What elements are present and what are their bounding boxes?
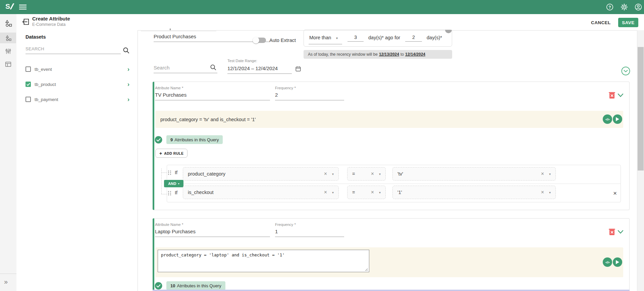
rule-field-value: is_checkout <box>188 190 214 195</box>
clipped-label-fragment <box>170 29 171 30</box>
dataset-label: tb_payment <box>35 97 58 102</box>
dropdown-arrow-icon[interactable]: ▾ <box>332 191 334 194</box>
sql-query-bar[interactable]: product_category = 'tv' and is_checkout … <box>155 111 623 128</box>
auto-extract-toggle[interactable] <box>253 37 267 44</box>
test-date-range-value[interactable]: 12/1/2024 – 12/4/2024 <box>227 65 278 71</box>
badge-text: Atrributes in this Query <box>177 283 221 288</box>
run-query-button[interactable] <box>613 257 622 267</box>
conjunction-label: AND <box>168 182 176 186</box>
clear-icon[interactable]: × <box>324 189 327 195</box>
attribute-name-input[interactable] <box>155 92 270 100</box>
remove-rule-icon[interactable]: × <box>613 190 617 197</box>
dropdown-arrow-icon: ▾ <box>178 182 179 185</box>
dropdown-arrow-icon[interactable]: ▾ <box>379 191 381 194</box>
clear-icon[interactable]: × <box>541 171 544 177</box>
checkbox-checked[interactable] <box>25 82 31 87</box>
rule-value-value: '1' <box>397 190 402 195</box>
dropdown-arrow-icon[interactable]: ▾ <box>549 172 551 176</box>
rule-tree-stub <box>161 194 167 194</box>
attributes-count-badge: 9 Atrributes in this Query <box>166 135 223 144</box>
dropdown-arrow-icon[interactable]: ▾ <box>336 36 338 40</box>
save-button[interactable]: SAVE <box>618 18 638 27</box>
collapse-card-chevron-icon[interactable] <box>618 93 624 97</box>
rule-value-select[interactable]: 'tv' × ▾ <box>392 167 556 181</box>
add-rule-button[interactable]: + ADD RULE <box>155 149 187 158</box>
frequency-input[interactable] <box>275 92 344 100</box>
back-icon[interactable] <box>21 17 30 26</box>
clear-icon[interactable]: × <box>324 171 327 177</box>
collapse-all-chevron-circle-icon[interactable] <box>621 66 630 76</box>
page-subtitle: E-Commerce Data <box>32 22 65 27</box>
collapse-card-chevron-icon[interactable] <box>618 230 624 234</box>
frequency-input[interactable] <box>275 229 344 237</box>
valid-check-icon <box>155 136 162 144</box>
recency-end-label: day(s)* <box>427 35 442 40</box>
scrollbar-thumb[interactable] <box>638 47 644 171</box>
code-editor-button[interactable]: </> <box>603 114 612 124</box>
cancel-button[interactable]: CANCEL <box>588 18 614 27</box>
rail-divider <box>0 274 16 274</box>
rule-operator-select[interactable]: = × ▾ <box>347 167 386 181</box>
checkbox-unchecked[interactable] <box>25 97 31 102</box>
code-icon: </> <box>605 260 609 264</box>
app-logo: S <box>5 2 13 10</box>
drag-handle-icon[interactable] <box>168 170 171 175</box>
recency-window-input[interactable] <box>405 35 422 42</box>
recency-comparator-select[interactable]: More than <box>309 35 331 40</box>
hamburger-menu-icon[interactable] <box>19 4 27 10</box>
test-date-range-label: Test Date Range: <box>227 59 257 63</box>
help-icon[interactable]: ? <box>606 3 613 11</box>
attribute-name-label: Attribute Name * <box>155 86 183 90</box>
underline <box>227 74 292 74</box>
checkbox-unchecked[interactable] <box>25 66 31 72</box>
chevron-right-icon[interactable]: › <box>127 97 129 102</box>
dataset-item-tb-event[interactable]: tb_event › <box>25 65 129 73</box>
rule-value-value: 'tv' <box>397 171 403 177</box>
attribute-search-input[interactable] <box>154 65 217 73</box>
add-rule-label: ADD RULE <box>164 151 183 155</box>
recency-mid-label: day(s)* ago for <box>368 35 400 40</box>
rule-operator-select[interactable]: = × ▾ <box>347 186 386 199</box>
dropdown-arrow-icon[interactable]: ▾ <box>332 172 334 176</box>
dataset-label: tb_event <box>35 67 52 72</box>
dataset-item-tb-payment[interactable]: tb_payment › <box>25 95 129 103</box>
rule-operator-value: = <box>352 171 355 177</box>
conjunction-chip[interactable]: AND ▾ <box>164 180 183 187</box>
recency-note: As of today, the recency window will be … <box>304 50 452 59</box>
drag-handle-icon[interactable] <box>168 191 171 196</box>
expand-panel-button[interactable]: » <box>4 278 7 286</box>
sql-editor-textarea[interactable]: product_category = 'laptop' and is_check… <box>158 250 369 272</box>
left-icon-rail <box>0 30 17 291</box>
recency-days-input[interactable] <box>347 35 364 42</box>
rule-value-select[interactable]: '1' × ▾ <box>392 186 556 199</box>
clear-icon[interactable]: × <box>371 171 374 177</box>
attribute-name-input[interactable] <box>155 229 270 237</box>
clear-icon[interactable]: × <box>541 189 544 195</box>
dropdown-arrow-icon[interactable]: ▾ <box>379 172 381 176</box>
parameters-icon[interactable] <box>5 48 12 55</box>
sql-query-text: product_category = 'tv' and is_checkout … <box>160 117 256 122</box>
rule-field-select[interactable]: is_checkout × ▾ <box>183 186 339 199</box>
run-query-button[interactable] <box>613 114 622 124</box>
rule-field-select[interactable]: product_category × ▾ <box>183 167 339 181</box>
dataset-item-tb-product[interactable]: tb_product › <box>25 80 129 88</box>
pipeline-icon[interactable] <box>4 19 12 28</box>
chevron-right-icon[interactable]: › <box>127 82 129 87</box>
if-label: If <box>175 190 177 195</box>
attributes-icon[interactable] <box>5 35 12 42</box>
datasets-search-input[interactable] <box>25 46 121 54</box>
clear-icon[interactable]: × <box>371 189 374 195</box>
resize-handle-icon[interactable] <box>365 268 368 271</box>
settings-gear-icon[interactable] <box>621 3 628 11</box>
delete-attribute-icon[interactable] <box>608 228 615 236</box>
chevron-right-icon[interactable]: › <box>127 66 129 72</box>
dropdown-arrow-icon[interactable]: ▾ <box>549 191 551 194</box>
account-icon[interactable] <box>635 3 642 11</box>
delete-attribute-icon[interactable] <box>608 91 615 99</box>
datasets-title: Datasets <box>25 34 46 40</box>
page-title: Create Attribute <box>32 16 70 21</box>
code-editor-button[interactable]: </> <box>603 257 612 267</box>
calendar-icon[interactable] <box>295 66 301 72</box>
toggle-knob <box>253 37 259 44</box>
table-icon[interactable] <box>5 61 12 68</box>
